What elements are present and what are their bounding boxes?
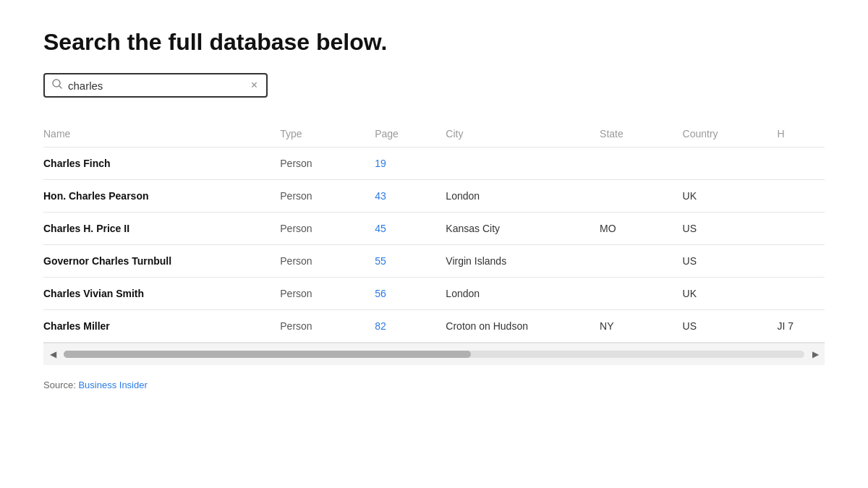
col-header-state: State [600,121,683,147]
table-row: Hon. Charles PearsonPerson43LondonUK [43,180,825,213]
cell-state: NY [600,310,683,343]
table-row: Charles Vivian SmithPerson56LondonUK [43,278,825,310]
page-title: Search the full database below. [43,29,825,56]
col-header-h: H [778,121,825,147]
cell-country: US [683,310,778,343]
cell-type: Person [280,213,375,245]
search-bar: × [43,73,268,98]
results-table-container: Name Type Page City State Country H Char… [43,121,825,343]
cell-city: London [446,180,600,213]
source-link[interactable]: Business Insider [78,380,147,390]
cell-state [600,245,683,278]
page-link[interactable]: 43 [375,190,386,202]
cell-page[interactable]: 55 [375,245,446,278]
col-header-name: Name [43,121,280,147]
cell-city: Virgin Islands [446,245,600,278]
search-icon [52,79,62,92]
cell-name: Hon. Charles Pearson [43,180,280,213]
svg-line-1 [59,86,61,88]
table-row: Charles FinchPerson19 [43,147,825,180]
col-header-type: Type [280,121,375,147]
results-table: Name Type Page City State Country H Char… [43,121,825,342]
table-row: Charles MillerPerson82Croton on HudsonNY… [43,310,825,343]
scroll-left-arrow[interactable]: ◀ [46,348,59,361]
cell-page[interactable]: 43 [375,180,446,213]
cell-city: Kansas City [446,213,600,245]
horizontal-scrollbar: ◀ ▶ [43,343,825,365]
cell-state [600,180,683,213]
cell-country: UK [683,180,778,213]
scrollbar-thumb [64,351,471,358]
clear-search-button[interactable]: × [250,80,259,91]
cell-type: Person [280,180,375,213]
table-row: Charles H. Price IIPerson45Kansas CityMO… [43,213,825,245]
cell-h [778,213,825,245]
cell-h: JI 7 [778,310,825,343]
cell-type: Person [280,147,375,180]
cell-page[interactable]: 19 [375,147,446,180]
cell-state [600,278,683,310]
source-prefix: Source: [43,380,78,390]
cell-type: Person [280,278,375,310]
cell-city: Croton on Hudson [446,310,600,343]
cell-name: Charles H. Price II [43,213,280,245]
cell-city [446,147,600,180]
table-row: Governor Charles TurnbullPerson55Virgin … [43,245,825,278]
cell-h [778,245,825,278]
cell-name: Charles Vivian Smith [43,278,280,310]
page-link[interactable]: 55 [375,255,386,267]
cell-state [600,147,683,180]
cell-country: US [683,245,778,278]
source-attribution: Source: Business Insider [43,380,825,390]
page-link[interactable]: 19 [375,158,386,169]
cell-h [778,278,825,310]
col-header-city: City [446,121,600,147]
cell-country: US [683,213,778,245]
col-header-page: Page [375,121,446,147]
cell-type: Person [280,245,375,278]
table-header-row: Name Type Page City State Country H [43,121,825,147]
cell-page[interactable]: 82 [375,310,446,343]
cell-city: London [446,278,600,310]
cell-type: Person [280,310,375,343]
cell-country: UK [683,278,778,310]
scrollbar-track[interactable] [64,351,804,358]
cell-name: Governor Charles Turnbull [43,245,280,278]
cell-h [778,180,825,213]
cell-page[interactable]: 45 [375,213,446,245]
search-input[interactable] [68,80,250,92]
cell-country [683,147,778,180]
cell-page[interactable]: 56 [375,278,446,310]
col-header-country: Country [683,121,778,147]
cell-state: MO [600,213,683,245]
scroll-right-arrow[interactable]: ▶ [809,348,822,361]
page-link[interactable]: 56 [375,288,386,299]
page-link[interactable]: 82 [375,320,386,332]
cell-name: Charles Miller [43,310,280,343]
cell-h [778,147,825,180]
cell-name: Charles Finch [43,147,280,180]
page-link[interactable]: 45 [375,223,386,234]
